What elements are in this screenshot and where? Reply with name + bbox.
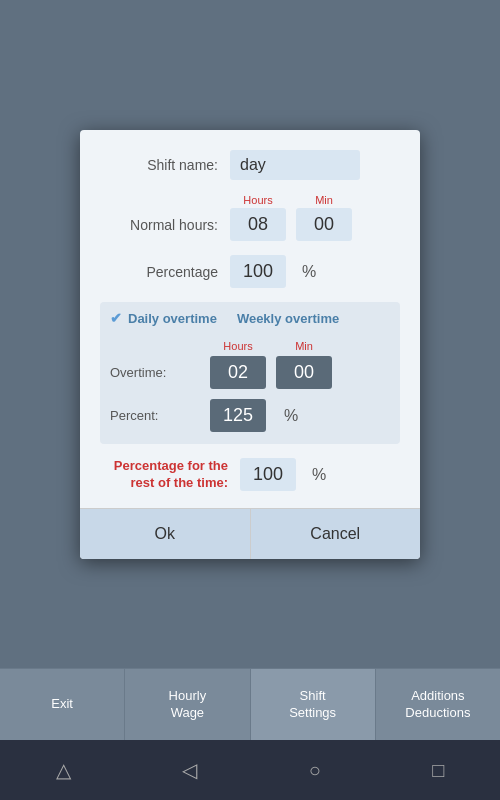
- overtime-header: ✔ Daily overtime Weekly overtime: [100, 302, 400, 334]
- normal-hours-m[interactable]: 00: [296, 208, 352, 241]
- overtime-h[interactable]: 02: [210, 356, 266, 389]
- overtime-section: ✔ Daily overtime Weekly overtime Hours M…: [100, 302, 400, 444]
- ot-min-col-label: Min: [276, 340, 332, 352]
- nav-hourly-wage[interactable]: HourlyWage: [125, 669, 250, 740]
- hours-col-label: Hours: [230, 194, 286, 206]
- percentage-label: Percentage: [100, 264, 230, 280]
- nav-additions-deductions-label: AdditionsDeductions: [405, 688, 470, 722]
- daily-overtime-tab[interactable]: ✔ Daily overtime: [110, 310, 217, 326]
- ok-button[interactable]: Ok: [80, 509, 251, 559]
- nav-additions-deductions[interactable]: AdditionsDeductions: [376, 669, 500, 740]
- percent-value[interactable]: 125: [210, 399, 266, 432]
- percent-symbol-1: %: [302, 263, 316, 281]
- shift-name-input[interactable]: [230, 150, 360, 180]
- nav-hourly-wage-label: HourlyWage: [169, 688, 207, 722]
- normal-hours-inputs: 08 00: [230, 208, 352, 241]
- dialog-buttons: Ok Cancel: [80, 508, 420, 559]
- overtime-inputs: 02 00: [210, 356, 332, 389]
- col-header-row: Hours Min: [100, 194, 400, 206]
- back-icon[interactable]: ◁: [182, 758, 197, 782]
- shift-name-label: Shift name:: [100, 157, 230, 173]
- overtime-m[interactable]: 00: [276, 356, 332, 389]
- rest-label: Percentage for the rest of the time:: [100, 458, 240, 492]
- nav-exit-label: Exit: [51, 696, 73, 713]
- percent-inputs: 125 %: [210, 399, 298, 432]
- nav-shift-settings-label: ShiftSettings: [289, 688, 336, 722]
- overtime-body: Hours Min Overtime: 02 00 Percent: 125 %: [100, 334, 400, 444]
- min-col-label: Min: [296, 194, 352, 206]
- daily-overtime-label: Daily overtime: [128, 311, 217, 326]
- shift-name-row: Shift name:: [100, 150, 400, 180]
- checkmark-icon: ✔: [110, 310, 122, 326]
- percentage-value[interactable]: 100: [230, 255, 286, 288]
- normal-hours-row: Normal hours: 08 00: [100, 208, 400, 241]
- rest-inputs: 100 %: [240, 458, 326, 491]
- bottom-nav: Exit HourlyWage ShiftSettings AdditionsD…: [0, 668, 500, 740]
- weekly-overtime-label: Weekly overtime: [237, 311, 339, 326]
- overtime-percent-row: Percent: 125 %: [110, 399, 390, 432]
- percent-row-label: Percent:: [110, 408, 210, 423]
- home-icon[interactable]: ○: [309, 759, 321, 782]
- rest-value[interactable]: 100: [240, 458, 296, 491]
- dialog-container: Shift name: Hours Min Normal hours: 08 0…: [80, 130, 420, 559]
- cancel-button[interactable]: Cancel: [251, 509, 421, 559]
- system-bar: △ ◁ ○ □: [0, 740, 500, 800]
- ot-col-headers: Hours Min: [110, 340, 390, 352]
- weekly-overtime-tab[interactable]: Weekly overtime: [237, 311, 339, 326]
- col-labels: Hours Min: [230, 194, 352, 206]
- recent-icon[interactable]: □: [432, 759, 444, 782]
- percent-symbol-3: %: [312, 466, 326, 484]
- ot-hours-col-label: Hours: [210, 340, 266, 352]
- ot-col-labels: Hours Min: [210, 340, 332, 352]
- nav-shift-settings[interactable]: ShiftSettings: [251, 669, 376, 740]
- rest-row: Percentage for the rest of the time: 100…: [100, 458, 400, 492]
- nav-triangle-icon[interactable]: △: [56, 758, 71, 782]
- percentage-inputs: 100 %: [230, 255, 316, 288]
- normal-hours-h[interactable]: 08: [230, 208, 286, 241]
- overtime-time-row: Overtime: 02 00: [110, 356, 390, 389]
- nav-exit[interactable]: Exit: [0, 669, 125, 740]
- overtime-row-label: Overtime:: [110, 365, 210, 380]
- percent-symbol-2: %: [284, 407, 298, 425]
- percentage-row: Percentage 100 %: [100, 255, 400, 288]
- normal-hours-label: Normal hours:: [100, 217, 230, 233]
